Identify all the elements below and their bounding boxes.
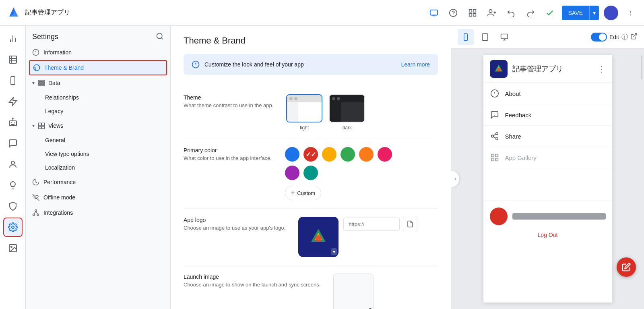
settings-section-views[interactable]: ▾ Views: [26, 118, 170, 133]
theme-setting-row: Theme What theme contrast to use in the …: [184, 86, 438, 139]
settings-item-theme-brand[interactable]: Theme & Brand: [29, 60, 167, 75]
color-purple[interactable]: [285, 166, 299, 180]
svg-rect-64: [495, 154, 497, 157]
svg-rect-63: [491, 154, 493, 157]
svg-rect-44: [464, 34, 467, 41]
settings-section-data[interactable]: ▾ Data: [26, 75, 170, 91]
color-pink[interactable]: [378, 147, 392, 162]
nav-shield[interactable]: [3, 197, 23, 216]
logo-url-section: [343, 217, 417, 231]
save-button[interactable]: SAVE ▾: [562, 6, 599, 20]
help-icon-btn[interactable]: [446, 6, 460, 20]
file-upload-btn[interactable]: [403, 217, 417, 231]
nav-lightbulb[interactable]: [3, 176, 23, 195]
save-dropdown-arrow[interactable]: ▾: [590, 6, 599, 20]
settings-item-integrations[interactable]: Integrations: [26, 205, 170, 220]
settings-title: Settings: [32, 33, 58, 41]
color-deep-orange[interactable]: [359, 147, 374, 162]
nav-robot[interactable]: [3, 113, 23, 132]
settings-search-icon[interactable]: [156, 32, 164, 41]
edit-info-icon[interactable]: ⓘ: [621, 33, 628, 41]
svg-line-38: [36, 212, 38, 214]
add-user-icon-btn[interactable]: [485, 6, 499, 20]
settings-item-information[interactable]: Information: [26, 45, 170, 60]
grid-icon-btn[interactable]: [465, 6, 480, 20]
nav-settings[interactable]: [3, 218, 23, 237]
device-tablet-btn[interactable]: [477, 29, 493, 45]
tc-dot: [294, 97, 297, 100]
preview-icon-btn[interactable]: [427, 6, 441, 20]
logo-url-input[interactable]: [343, 218, 400, 231]
svg-point-60: [495, 138, 498, 140]
edit-toggle[interactable]: [591, 33, 607, 41]
views-section-label: Views: [48, 122, 63, 129]
nav-table[interactable]: [3, 50, 23, 69]
nav-mobile[interactable]: [3, 71, 23, 90]
save-label[interactable]: SAVE: [562, 6, 590, 20]
integrations-label: Integrations: [43, 209, 73, 216]
collapse-arrow[interactable]: ›: [451, 171, 459, 187]
offline-icon: [32, 194, 39, 201]
banner-text: Customize the look and feel of your app: [204, 61, 396, 68]
svg-rect-11: [9, 56, 17, 63]
svg-rect-65: [491, 158, 493, 161]
color-description: What color to use in the app interface.: [184, 155, 272, 161]
spacer: [483, 168, 612, 201]
launch-description: Choose an image to show on the launch an…: [184, 282, 320, 288]
launch-dropdown-icon[interactable]: ▾: [369, 306, 372, 309]
svg-point-15: [12, 118, 13, 119]
edit-label: Edit: [609, 34, 619, 40]
edit-toggle-area: Edit ⓘ: [591, 33, 638, 41]
logo-dropdown-icon[interactable]: ▾: [331, 248, 337, 255]
svg-point-20: [157, 33, 162, 39]
phone-menu-feedback[interactable]: Feedback: [483, 104, 612, 126]
theme-option-dark[interactable]: dark: [329, 94, 365, 131]
undo-icon-btn[interactable]: [504, 6, 518, 20]
data-chevron: ▾: [32, 80, 35, 86]
theme-light-label: light: [300, 125, 309, 131]
redo-icon-btn[interactable]: [523, 6, 538, 20]
svg-line-61: [493, 137, 495, 138]
color-teal[interactable]: [303, 166, 318, 180]
phone-menu-share[interactable]: Share: [483, 126, 612, 147]
settings-item-localization[interactable]: Localization: [26, 161, 170, 174]
phone-menu-dots[interactable]: ⋮: [598, 64, 606, 74]
color-red[interactable]: ✓: [303, 147, 318, 162]
color-blue[interactable]: [285, 147, 299, 162]
theme-option-light[interactable]: light: [286, 94, 322, 131]
user-avatar[interactable]: [604, 6, 618, 20]
settings-item-relationships[interactable]: Relationships: [26, 91, 170, 104]
palette-icon: [33, 64, 40, 71]
custom-label: Custom: [297, 190, 315, 196]
custom-color-btn[interactable]: + Custom: [285, 186, 321, 200]
nav-user[interactable]: [3, 155, 23, 174]
settings-item-view-type-options[interactable]: View type options: [26, 147, 170, 161]
phone-menu-about[interactable]: About: [483, 83, 612, 104]
phone-logo-svg: [492, 62, 505, 75]
check-icon-btn[interactable]: [543, 6, 557, 20]
open-external-icon[interactable]: [630, 33, 638, 41]
settings-item-offline-mode[interactable]: Offline mode: [26, 190, 170, 205]
nav-chat[interactable]: [3, 134, 23, 153]
logo-preview[interactable]: ▾: [298, 217, 339, 257]
color-green[interactable]: [341, 147, 355, 162]
phone-logout-btn[interactable]: Log Out: [490, 228, 606, 241]
settings-item-performance[interactable]: Performance: [26, 174, 170, 190]
more-options-btn[interactable]: ⋮: [623, 6, 638, 20]
nav-analytics[interactable]: [3, 29, 23, 48]
launch-preview[interactable]: ▾: [333, 274, 374, 309]
device-mobile-btn[interactable]: [458, 29, 474, 45]
settings-item-general[interactable]: General: [26, 133, 170, 147]
theme-brand-label: Theme & Brand: [44, 64, 84, 71]
learn-more-link[interactable]: Learn more: [401, 61, 430, 68]
color-orange[interactable]: [322, 147, 336, 162]
tc-dot: [289, 97, 293, 100]
nav-lightning[interactable]: [3, 92, 23, 111]
nav-image[interactable]: [3, 238, 23, 258]
device-desktop-btn[interactable]: [496, 29, 512, 45]
fab-edit-icon: [622, 263, 631, 272]
phone-menu-app-gallery[interactable]: App Gallery: [483, 147, 612, 168]
information-label: Information: [43, 49, 72, 56]
fab-edit-btn[interactable]: [617, 257, 636, 277]
settings-item-legacy[interactable]: Legacy: [26, 104, 170, 118]
